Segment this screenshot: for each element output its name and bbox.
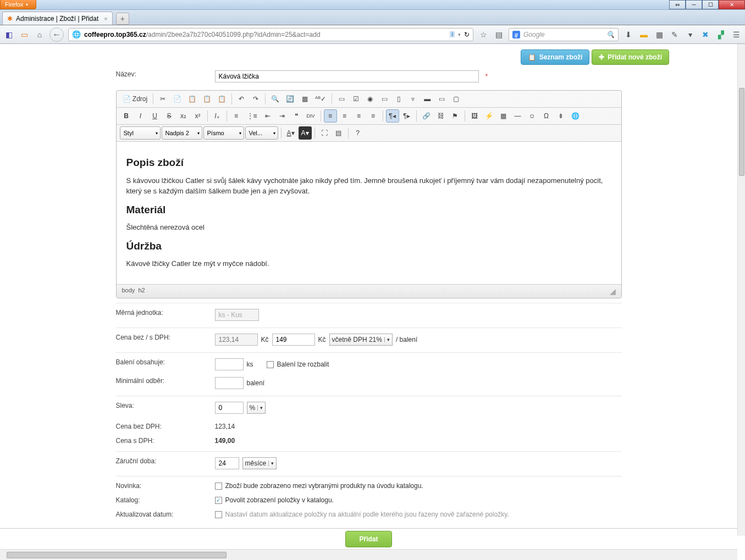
dph-select[interactable]: včetně DPH 21% (329, 334, 393, 346)
size-select[interactable]: Vel... (245, 126, 278, 140)
horizontal-scrollbar[interactable] (0, 549, 737, 560)
ext-icon-2[interactable]: ▦ (654, 29, 665, 40)
editor-resize-handle[interactable]: ◢ (610, 287, 616, 296)
win-close-button[interactable]: ✕ (719, 0, 745, 9)
editor-path[interactable]: body h2 (122, 287, 145, 296)
rss-icon[interactable]: ▭ (19, 29, 30, 40)
replace-icon[interactable]: 🔄 (283, 92, 297, 106)
ext-icon-4[interactable]: ▾ (685, 29, 696, 40)
info-icon[interactable]: i (450, 31, 455, 37)
bold-icon[interactable]: B (120, 109, 133, 123)
paste-icon[interactable]: 📋 (185, 92, 199, 106)
blockquote-icon[interactable]: ❝ (290, 109, 303, 123)
image-icon[interactable]: 🖼 (468, 109, 481, 123)
div-icon[interactable]: DIV (304, 109, 318, 123)
search-go-icon[interactable]: 🔍 (606, 31, 615, 38)
browser-tab[interactable]: ✱ Administrace | Zboží | Přidat × (2, 12, 113, 25)
removeformat-icon[interactable]: Iₓ (211, 109, 224, 123)
selectall-icon[interactable]: ▦ (298, 92, 311, 106)
baleni-checkbox[interactable] (267, 361, 274, 368)
sleva-input[interactable] (215, 402, 244, 414)
source-button[interactable]: 📄 Zdroj (120, 92, 151, 106)
vertical-scrollbar[interactable] (737, 44, 745, 536)
textcolor-icon[interactable]: A▾ (284, 126, 297, 140)
hr-icon[interactable]: — (511, 109, 525, 123)
list-products-button[interactable]: 📋Seznam zboží (521, 49, 590, 65)
flash-icon[interactable]: ⚡ (482, 109, 496, 123)
imagebutton-icon[interactable]: ▭ (435, 92, 448, 106)
underline-icon[interactable]: U (148, 109, 162, 123)
submit-button[interactable]: Přidat (345, 531, 391, 547)
ext-icon-5[interactable]: ✖ (700, 29, 711, 40)
unlink-icon[interactable]: ⛓ (434, 109, 448, 123)
smiley-icon[interactable]: ☺ (526, 109, 539, 123)
align-left-icon[interactable]: ≡ (324, 109, 337, 123)
url-dropdown-icon[interactable]: ▾ (458, 32, 461, 37)
paste-word-icon[interactable]: 📋 (215, 92, 229, 106)
win-minimize-button[interactable]: ─ (686, 0, 702, 9)
specialchar-icon[interactable]: Ω (540, 109, 553, 123)
format-select[interactable]: Nadpis 2 (162, 126, 202, 140)
cut-icon[interactable]: ✂ (156, 92, 169, 106)
iframe-icon[interactable]: 🌐 (569, 109, 582, 123)
textarea-icon[interactable]: ▯ (392, 92, 405, 106)
style-select[interactable]: Styl (120, 126, 161, 140)
numlist-icon[interactable]: ≡ (230, 109, 243, 123)
aktual-checkbox[interactable] (215, 511, 222, 518)
maximize-icon[interactable]: ⛶ (318, 126, 331, 140)
select-icon[interactable]: ▿ (406, 92, 420, 106)
star-icon[interactable]: ☆ (478, 29, 489, 40)
zarucni-input[interactable] (215, 457, 239, 469)
ext-icon-1[interactable]: ▬ (638, 29, 649, 40)
reload-icon[interactable]: ↻ (464, 31, 470, 38)
new-tab-button[interactable]: + (116, 13, 129, 25)
bookmark-icon[interactable]: ◧ (3, 29, 14, 40)
add-product-button[interactable]: ✚Přidat nové zboží (592, 49, 669, 65)
search-bar[interactable]: g Google 🔍 (509, 28, 619, 41)
win-extra-button[interactable]: ⇔ (669, 0, 686, 9)
sleva-unit-select[interactable]: % (247, 402, 266, 414)
editor-content[interactable]: Popis zboží S kávovou lžičkou Catler si … (117, 141, 621, 284)
spellcheck-icon[interactable]: ᴬᴮ✓ (312, 92, 329, 106)
home-icon[interactable]: ⌂ (34, 29, 45, 40)
superscript-icon[interactable]: x² (191, 109, 205, 123)
font-select[interactable]: Písmo (203, 126, 244, 140)
strike-icon[interactable]: S (163, 109, 176, 123)
win-maximize-button[interactable]: ☐ (702, 0, 719, 9)
redo-icon[interactable]: ↷ (249, 92, 262, 106)
align-center-icon[interactable]: ≡ (338, 109, 351, 123)
cena-s-input[interactable] (272, 334, 315, 346)
button-el-icon[interactable]: ▬ (421, 92, 434, 106)
about-icon[interactable]: ? (351, 126, 365, 140)
url-bar[interactable]: 🌐 coffeepro.top365.cz/admin/2bee2a7b270c… (68, 28, 473, 41)
textfield-icon[interactable]: ▭ (378, 92, 391, 106)
min-odber-input[interactable] (215, 377, 244, 389)
bullist-icon[interactable]: ⋮≡ (244, 109, 260, 123)
showblocks-icon[interactable]: ▤ (332, 126, 345, 140)
link-icon[interactable]: 🔗 (420, 109, 433, 123)
rtl-icon[interactable]: ¶▸ (400, 109, 413, 123)
download-icon[interactable]: ⬇ (623, 29, 634, 40)
katalog-checkbox[interactable]: ✓ (215, 497, 222, 504)
indent-icon[interactable]: ⇥ (275, 109, 289, 123)
zarucni-unit-select[interactable]: měsíce (242, 457, 277, 469)
tab-close-icon[interactable]: × (104, 15, 107, 22)
outdent-icon[interactable]: ⇤ (261, 109, 274, 123)
hidden-icon[interactable]: ▢ (449, 92, 462, 106)
nazev-input[interactable] (215, 70, 479, 82)
form-icon[interactable]: ▭ (335, 92, 348, 106)
ext-icon-6[interactable]: ▞ (715, 29, 726, 40)
reader-icon[interactable]: ▤ (493, 29, 504, 40)
back-button[interactable]: ← (49, 27, 64, 42)
subscript-icon[interactable]: x₂ (177, 109, 190, 123)
baleni-input[interactable] (215, 358, 244, 370)
ext-icon-3[interactable]: ✎ (669, 29, 680, 40)
anchor-icon[interactable]: ⚑ (449, 109, 462, 123)
align-justify-icon[interactable]: ≡ (367, 109, 380, 123)
copy-icon[interactable]: 📄 (170, 92, 184, 106)
checkbox-icon[interactable]: ☑ (349, 92, 362, 106)
undo-icon[interactable]: ↶ (235, 92, 248, 106)
radio-icon[interactable]: ◉ (363, 92, 377, 106)
ltr-icon[interactable]: ¶◂ (386, 109, 399, 123)
firefox-menu-button[interactable]: Firefox (0, 0, 36, 9)
